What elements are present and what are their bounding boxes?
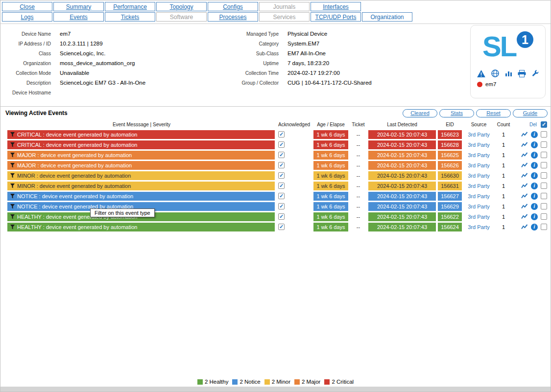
event-source-link[interactable]: 3rd Party [468, 173, 490, 179]
filter-funnel-icon[interactable] [10, 214, 15, 219]
info-icon[interactable]: i [531, 213, 538, 220]
tab-tickets[interactable]: Tickets [105, 12, 155, 22]
graph-icon[interactable] [521, 193, 528, 199]
ack-checkbox[interactable] [278, 183, 285, 189]
event-source-link[interactable]: 3rd Party [468, 132, 490, 138]
col-acknowledged[interactable]: Acknowledged [276, 122, 312, 127]
filter-funnel-icon[interactable] [10, 225, 15, 230]
info-icon[interactable]: i [531, 172, 538, 179]
event-message-bar[interactable]: MAJOR : device event generated by automa… [7, 151, 275, 160]
tab-close[interactable]: Close [2, 2, 52, 11]
filter-funnel-icon[interactable] [10, 163, 15, 168]
event-source-link[interactable]: 3rd Party [468, 224, 490, 230]
info-icon[interactable]: i [531, 203, 538, 210]
graph-icon[interactable] [521, 214, 528, 219]
filter-funnel-icon[interactable] [10, 132, 15, 137]
col-ticket[interactable]: Ticket [349, 122, 367, 127]
alert-triangle-icon[interactable] [477, 70, 485, 77]
printer-icon[interactable] [518, 70, 526, 77]
graph-icon[interactable] [521, 204, 528, 209]
col-last-detected[interactable]: Last Detected [367, 122, 437, 127]
tab-processes[interactable]: Processes [208, 12, 258, 22]
filter-funnel-icon[interactable] [10, 153, 15, 158]
del-checkbox[interactable] [541, 213, 547, 220]
ack-checkbox[interactable] [278, 141, 285, 148]
event-last-detected: 2024-02-15 20:07:43 [368, 192, 436, 201]
del-checkbox[interactable] [541, 131, 547, 138]
graph-icon[interactable] [521, 162, 528, 168]
tab-performance[interactable]: Performance [105, 2, 155, 11]
del-checkbox[interactable] [541, 152, 547, 158]
event-message-bar[interactable]: MINOR : device event generated by automa… [7, 182, 275, 190]
info-icon[interactable]: i [531, 141, 538, 148]
event-source-link[interactable]: 3rd Party [468, 193, 490, 199]
tab-interfaces[interactable]: Interfaces [311, 2, 361, 11]
wrench-icon[interactable] [532, 70, 539, 77]
info-icon[interactable]: i [531, 152, 538, 159]
info-icon[interactable]: i [531, 224, 538, 231]
event-source-link[interactable]: 3rd Party [468, 142, 490, 148]
event-message-bar[interactable]: HEALTHY : device event generated by auto… [7, 223, 275, 231]
ack-checkbox[interactable] [278, 162, 285, 168]
ack-checkbox[interactable] [278, 131, 285, 138]
col-eid[interactable]: EID [437, 122, 463, 127]
filter-funnel-icon[interactable] [10, 204, 15, 209]
info-icon[interactable]: i [531, 183, 538, 189]
ack-checkbox[interactable] [278, 213, 285, 220]
del-checkbox[interactable] [541, 193, 547, 199]
col-del-label[interactable]: Del [529, 122, 537, 127]
event-message-bar[interactable]: CRITICAL : device event generated by aut… [7, 140, 275, 149]
event-source-link[interactable]: 3rd Party [468, 204, 490, 209]
ack-checkbox[interactable] [278, 172, 285, 179]
event-message-bar[interactable]: CRITICAL : device event generated by aut… [7, 130, 275, 139]
col-source[interactable]: Source [463, 122, 495, 127]
col-age-elapse[interactable]: Age / Elapse [312, 122, 349, 127]
del-checkbox[interactable] [541, 162, 547, 168]
event-message-bar[interactable]: MAJOR : device event generated by automa… [7, 161, 275, 170]
event-source-link[interactable]: 3rd Party [468, 152, 490, 158]
ack-checkbox[interactable] [278, 193, 285, 199]
filter-funnel-icon[interactable] [10, 184, 15, 188]
bar-chart-icon[interactable] [505, 70, 512, 77]
ack-checkbox[interactable] [278, 152, 285, 158]
tab-events[interactable]: Events [53, 12, 104, 22]
event-message-bar[interactable]: NOTICE : device event generated by autom… [7, 192, 275, 201]
del-checkbox[interactable] [541, 141, 547, 148]
tab-configs[interactable]: Configs [208, 2, 258, 11]
ack-checkbox[interactable] [278, 224, 285, 230]
event-source-link[interactable]: 3rd Party [468, 214, 490, 220]
graph-icon[interactable] [521, 173, 528, 178]
filter-funnel-icon[interactable] [10, 173, 15, 178]
tab-organization[interactable]: Organization [362, 12, 412, 22]
info-icon[interactable]: i [531, 162, 538, 169]
reset-button[interactable]: Reset [476, 109, 511, 117]
col-count[interactable]: Count [495, 122, 512, 127]
graph-icon[interactable] [521, 142, 528, 147]
filter-funnel-icon[interactable] [10, 142, 15, 147]
graph-icon[interactable] [521, 224, 528, 230]
event-source-link[interactable]: 3rd Party [468, 162, 490, 168]
tab-logs[interactable]: Logs [2, 12, 52, 22]
cleared-button[interactable]: Cleared [403, 109, 437, 117]
graph-icon[interactable] [521, 152, 528, 158]
event-source-link[interactable]: 3rd Party [468, 183, 490, 189]
graph-icon[interactable] [521, 132, 528, 137]
ack-checkbox[interactable] [278, 203, 285, 209]
guide-button[interactable]: Guide [513, 109, 548, 117]
tab-summary[interactable]: Summary [53, 2, 104, 11]
select-all-checkbox[interactable] [541, 121, 547, 128]
del-checkbox[interactable] [541, 224, 547, 230]
col-message-severity[interactable]: Event Messsage | Severity [7, 122, 276, 127]
globe-icon[interactable] [491, 69, 499, 77]
event-message-bar[interactable]: MINOR : device event generated by automa… [7, 171, 275, 180]
del-checkbox[interactable] [541, 172, 547, 179]
stats-button[interactable]: Stats [439, 109, 474, 117]
info-icon[interactable]: i [531, 193, 538, 200]
filter-funnel-icon[interactable] [10, 194, 15, 199]
tab-tcp-udp-ports[interactable]: TCP/UDP Ports [311, 12, 361, 22]
del-checkbox[interactable] [541, 183, 547, 189]
tab-topology[interactable]: Topology [156, 2, 207, 11]
info-icon[interactable]: i [531, 131, 538, 138]
del-checkbox[interactable] [541, 203, 547, 209]
graph-icon[interactable] [521, 183, 528, 188]
